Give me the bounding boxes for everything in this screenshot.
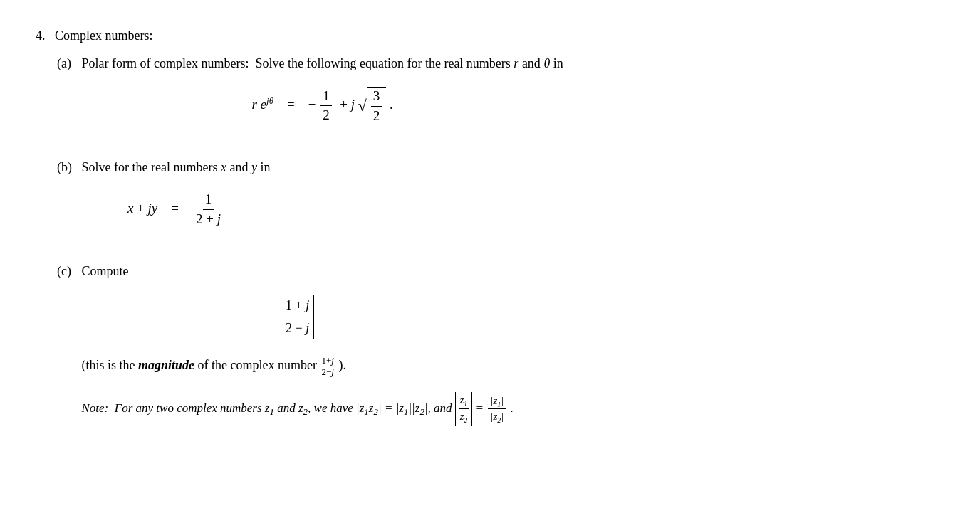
footnote-text-1: (this is the xyxy=(82,358,139,372)
part-c-note: Note: For any two complex numbers z1 and… xyxy=(82,392,514,426)
part-c-label: (c) xyxy=(57,264,78,279)
part-b: (b) Solve for the real numbers x and y i… xyxy=(57,160,944,243)
part-a: (a) Polar form of complex numbers: Solve… xyxy=(57,56,944,140)
equation-b: x + jy = 1 2 + j xyxy=(82,191,271,228)
abs-fraction: 1 + j 2 − j xyxy=(281,295,314,339)
sqrt-3-over-2: √ 3 2 xyxy=(358,87,387,125)
inline-frac-c: 1+j 2−j xyxy=(320,355,335,378)
abs-inner: 1 + j 2 − j xyxy=(281,295,313,339)
footnote-magnitude: magnitude xyxy=(138,358,194,372)
abs-bar-right xyxy=(313,295,314,339)
part-b-label: (b) xyxy=(57,160,78,175)
footnote-text-2: of the complex number xyxy=(198,358,320,372)
frac-1-over-2pj: 1 2 + j xyxy=(194,191,223,228)
note-abs-right xyxy=(471,392,472,426)
part-c: (c) Compute 1 + j 2 − j (this is the xyxy=(57,264,944,426)
number-label: 4. xyxy=(36,28,46,43)
sqrt-content: 3 2 xyxy=(367,87,387,125)
part-c-footnote: (this is the magnitude of the complex nu… xyxy=(82,355,514,378)
frac-half: 1 2 xyxy=(320,88,332,125)
sqrt-symbol: √ xyxy=(358,98,367,114)
part-b-content: Solve for the real numbers x and y in x … xyxy=(82,160,271,243)
equation-c: 1 + j 2 − j xyxy=(82,295,514,339)
part-c-text: Compute xyxy=(82,264,129,278)
problem-title: Complex numbers: xyxy=(55,28,153,43)
problem-4: 4. Complex numbers: (a) Polar form of co… xyxy=(36,28,944,426)
part-c-content: Compute 1 + j 2 − j (this is the magnitu… xyxy=(82,264,514,426)
part-a-label: (a) xyxy=(57,56,78,71)
part-a-text: Polar form of complex numbers: Solve the… xyxy=(82,56,563,70)
footnote-end: ). xyxy=(338,358,346,372)
problem-number: 4. Complex numbers: xyxy=(36,28,944,43)
part-b-text: Solve for the real numbers x and y in xyxy=(82,160,271,174)
abs-numerator: 1 + j xyxy=(286,296,309,315)
part-a-content: Polar form of complex numbers: Solve the… xyxy=(82,56,563,140)
note-abs-z1-z2: z1 z2 xyxy=(455,392,472,426)
note-abs-inner: z1 z2 xyxy=(456,392,471,426)
frac-3-over-2: 3 2 xyxy=(371,88,382,125)
note-frac-abs: |z1| |z2| xyxy=(488,394,506,424)
abs-denominator: 2 − j xyxy=(286,319,309,338)
equation-a: r ejθ = − 1 2 + j √ 3 2 xyxy=(82,87,563,125)
